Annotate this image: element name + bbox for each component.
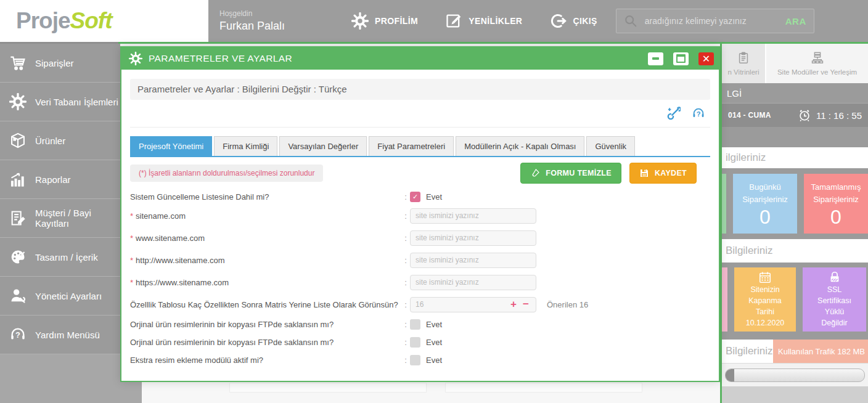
sidebar-item-orders[interactable]: Siparişler <box>0 44 120 83</box>
chart-icon <box>9 171 27 188</box>
tab-guvenlik[interactable]: Güvenlik <box>586 136 635 156</box>
http-sitename-input[interactable] <box>410 253 536 268</box>
clear-form-button[interactable]: FORMU TEMİZLE <box>520 163 621 184</box>
tab-site-modules[interactable]: Site Modüller ve Yerleşim <box>765 44 868 83</box>
tab-moduller[interactable]: Modüllerin Açık - Kapalı Olması <box>456 136 584 156</box>
modal-tabs: Projesoft Yönetimi Firma Kimliği Varsayı… <box>130 136 710 156</box>
orders-cards: Bugünkü Siparişleriniz 0 Tamamlanmış Sip… <box>722 168 868 239</box>
checkbox-extra-image[interactable] <box>410 355 420 365</box>
package-icon <box>9 132 27 149</box>
form-row-https-sitename: *https://www.sitename.com : <box>130 271 710 293</box>
sidebar-item-database[interactable]: Veri Tabanı İşlemleri <box>0 83 120 121</box>
help-icon[interactable]: ? <box>692 107 705 120</box>
app-root: ProjeSoft Hoşgeldin Furkan Palalı PROFİL… <box>0 0 868 403</box>
today-orders-card: Bugünkü Siparişleriniz 0 <box>733 174 797 234</box>
sidebar-item-help[interactable]: ? Yardım Menüsü <box>0 315 120 354</box>
svg-text:?: ? <box>697 110 701 118</box>
settings-wrench-icon[interactable] <box>667 107 681 120</box>
form-actions-row: (*) İşaretli alanların doldurulması/seçi… <box>130 163 710 184</box>
gear-icon <box>129 52 142 65</box>
user-name: Furkan Palalı <box>219 20 285 33</box>
sidebar-item-design[interactable]: Tasarım / İçerik <box>0 238 120 277</box>
tab-fiyat-parametreleri[interactable]: Fiyat Parametreleri <box>369 136 454 156</box>
tab-firma-kimligi[interactable]: Firma Kimliği <box>214 136 277 156</box>
checkbox-ftp-copy-1[interactable] <box>410 319 420 330</box>
document-edit-icon <box>9 210 27 227</box>
traffic-progress-strip <box>722 363 868 386</box>
sitename-input[interactable] <box>410 208 536 224</box>
checkbox-update-list[interactable] <box>410 192 420 202</box>
sidebar-item-customers[interactable]: Müşteri / Bayi Kayıtları <box>0 199 120 238</box>
minimize-button[interactable] <box>648 52 663 65</box>
sidebar-item-reports[interactable]: Raporlar <box>0 160 120 199</box>
card-sliver-pink <box>722 267 727 332</box>
orders-section-label: ilgileriniz <box>722 147 868 168</box>
form-row-extra-image: Ekstra resim ekleme modülü aktif mi? : E… <box>130 351 710 369</box>
background-content <box>120 382 720 403</box>
tab-vitrinleri[interactable]: n Vitrinleri <box>722 44 765 83</box>
clock: 11 : 16 : 55 <box>798 108 862 122</box>
brush-icon <box>530 168 540 178</box>
sidebar-item-label: Tasarım / İçerik <box>35 252 98 263</box>
form-row-ftp-copy-1: Orjinal ürün resimlerinin bir kopyası FT… <box>130 315 710 333</box>
nav-item-label: ÇIKIŞ <box>573 16 597 26</box>
maximize-button[interactable] <box>673 52 689 65</box>
parameters-modal: PARAMETRELER VE AYARLAR Parametreler ve … <box>120 46 720 382</box>
sidebar-item-label: Müşteri / Bayi Kayıtları <box>35 208 120 229</box>
form-row-ftp-copy-2: Orjinal ürün resimlerinin bir kopyası FT… <box>130 333 710 351</box>
traffic-progress-fill <box>726 369 734 381</box>
required-mark: * <box>130 211 133 221</box>
edit-icon <box>445 12 462 30</box>
nav-item-logout[interactable]: ÇIKIŞ <box>549 12 597 30</box>
modal-body: Parametreler ve Ayarlar : Bilgilerini De… <box>121 70 719 369</box>
top-nav: PROFİLİM YENİLİKLER ÇIKIŞ <box>351 12 597 30</box>
modal-header: PARAMETRELER VE AYARLAR <box>121 47 719 70</box>
sidebar-item-label: Raporlar <box>35 174 71 185</box>
site-cards: Sitenizin Kapanma Tarihi 10.12.2020 SSL … <box>722 263 868 336</box>
calendar-icon <box>758 271 772 284</box>
search-button[interactable]: ARA <box>785 16 806 26</box>
help-headset-icon: ? <box>9 326 27 343</box>
settings-form: Sistem Güncelleme Listesine Dahil mi? : … <box>130 189 710 369</box>
decrement-button[interactable]: − <box>523 298 529 312</box>
nav-item-news[interactable]: YENİLİKLER <box>445 12 522 30</box>
alarm-clock-icon <box>798 108 811 122</box>
welcome-block: Hoşgeldin Furkan Palalı <box>219 9 285 33</box>
right-panel-tabs: n Vitrinleri Site Modüller ve Yerleşim <box>722 44 868 83</box>
completed-orders-card: Tamamlanmış Siparişleriniz 0 <box>804 174 868 234</box>
background-table <box>445 383 642 393</box>
sidebar-item-label: Yönetici Ayarları <box>35 291 102 301</box>
today-orders-count: 0 <box>760 207 771 227</box>
save-button[interactable]: KAYDET <box>629 163 697 184</box>
closing-date-value: 10.12.2020 <box>746 317 785 328</box>
www-sitename-input[interactable] <box>410 230 536 246</box>
sitemap-icon <box>811 51 824 65</box>
traffic-section-label: Bilgileriniz <box>726 345 773 357</box>
close-button[interactable] <box>698 52 714 65</box>
site-section-label: Bilgileriniz <box>722 239 868 263</box>
clipboard-icon <box>737 51 750 65</box>
increment-button[interactable]: + <box>510 298 517 312</box>
time-value: 11 : 16 : 55 <box>816 110 862 121</box>
checkbox-ftp-copy-2[interactable] <box>410 337 420 348</box>
https-sitename-input[interactable] <box>410 275 536 290</box>
sidebar-item-products[interactable]: Ürünler <box>0 121 120 160</box>
closing-date-card: Sitenizin Kapanma Tarihi 10.12.2020 <box>734 267 796 332</box>
tab-varsayilan-degerler[interactable]: Varsayılan Değerler <box>279 136 367 156</box>
form-row-sitename: *sitename.com : <box>130 205 710 227</box>
form-row-matrix-limit: Özelllik Tablosu Kaç Özellikten Sonra Ma… <box>130 293 710 315</box>
tab-projesoft-yonetimi[interactable]: Projesoft Yönetimi <box>130 136 212 156</box>
search-input[interactable] <box>644 15 785 26</box>
top-header: ProjeSoft Hoşgeldin Furkan Palalı PROFİL… <box>0 0 868 42</box>
gear-icon <box>9 93 27 110</box>
admin-wrench-icon <box>9 287 27 304</box>
save-icon <box>639 168 649 178</box>
nav-item-profile[interactable]: PROFİLİM <box>351 12 418 30</box>
cart-icon <box>9 54 27 71</box>
matrix-limit-input[interactable] <box>410 297 536 312</box>
required-mark: * <box>130 234 133 243</box>
logo-part-green: Soft <box>70 8 112 33</box>
sidebar: Siparişler Veri Tabanı İşlemleri Ürünler… <box>0 44 120 403</box>
search-box: ARA <box>616 9 814 33</box>
sidebar-item-admin-settings[interactable]: Yönetici Ayarları <box>0 277 120 315</box>
